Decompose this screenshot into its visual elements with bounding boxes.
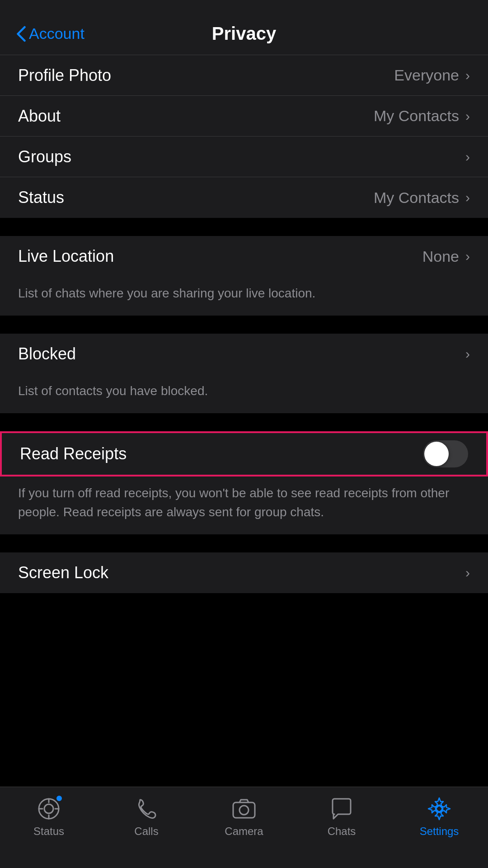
read-receipts-row[interactable]: Read Receipts: [0, 431, 488, 476]
blocked-label: Blocked: [18, 344, 76, 363]
privacy-section: Profile Photo Everyone › About My Contac…: [0, 55, 488, 218]
tab-bar: Status Calls Camera Chats: [0, 787, 488, 868]
blocked-description: List of contacts you have blocked.: [0, 374, 488, 413]
status-privacy-chevron: ›: [465, 190, 470, 205]
live-location-value: None: [422, 248, 459, 265]
screen-lock-value-group: ›: [464, 565, 470, 580]
screen-lock-chevron: ›: [465, 565, 470, 580]
live-location-description: List of chats where you are sharing your…: [0, 277, 488, 316]
camera-tab-label: Camera: [225, 825, 263, 838]
svg-point-1: [44, 804, 53, 813]
blocked-section: Blocked › List of contacts you have bloc…: [0, 334, 488, 413]
back-button[interactable]: Account: [16, 25, 84, 42]
about-value: My Contacts: [374, 107, 459, 125]
tab-status[interactable]: Status: [8, 796, 89, 838]
profile-photo-value-group: Everyone ›: [394, 66, 470, 84]
section-gap-1: [0, 218, 488, 236]
profile-photo-value: Everyone: [394, 66, 459, 84]
live-location-chevron: ›: [465, 249, 470, 264]
calls-tab-icon: [134, 796, 159, 821]
live-location-row[interactable]: Live Location None ›: [0, 236, 488, 277]
toggle-thumb: [424, 442, 449, 466]
section-gap-3: [0, 413, 488, 431]
groups-value-group: ›: [459, 149, 470, 165]
calls-tab-label: Calls: [134, 825, 158, 838]
chats-tab-label: Chats: [328, 825, 356, 838]
about-chevron: ›: [465, 108, 470, 124]
tab-camera[interactable]: Camera: [203, 796, 285, 838]
section-gap-4: [0, 534, 488, 552]
settings-tab-label: Settings: [420, 825, 459, 838]
read-receipts-toggle[interactable]: [423, 440, 468, 467]
status-tab-icon: [36, 796, 61, 821]
screen-lock-label: Screen Lock: [18, 563, 108, 582]
back-label: Account: [29, 25, 84, 42]
tab-chats[interactable]: Chats: [301, 796, 382, 838]
read-receipts-label: Read Receipts: [20, 444, 127, 463]
status-tab-label: Status: [33, 825, 64, 838]
svg-rect-6: [233, 802, 255, 818]
status-privacy-row[interactable]: Status My Contacts ›: [0, 177, 488, 218]
header: Account Privacy: [0, 0, 488, 55]
groups-chevron: ›: [465, 149, 470, 165]
blocked-row[interactable]: Blocked ›: [0, 334, 488, 374]
read-receipts-section: Read Receipts If you turn off read recei…: [0, 431, 488, 534]
live-location-label: Live Location: [18, 247, 114, 266]
toggle-track: [423, 440, 468, 467]
profile-photo-row[interactable]: Profile Photo Everyone ›: [0, 55, 488, 96]
profile-photo-label: Profile Photo: [18, 66, 111, 85]
about-row[interactable]: About My Contacts ›: [0, 96, 488, 137]
about-label: About: [18, 107, 61, 126]
live-location-section: Live Location None › List of chats where…: [0, 236, 488, 316]
page-title: Privacy: [212, 24, 276, 44]
about-value-group: My Contacts ›: [374, 107, 470, 125]
tab-settings[interactable]: Settings: [399, 796, 480, 838]
camera-tab-icon: [231, 796, 257, 821]
groups-label: Groups: [18, 147, 71, 166]
settings-tab-icon: [427, 796, 452, 821]
status-privacy-value-group: My Contacts ›: [374, 189, 470, 207]
groups-row[interactable]: Groups ›: [0, 137, 488, 177]
status-privacy-value: My Contacts: [374, 189, 459, 207]
screen-lock-section: Screen Lock ›: [0, 552, 488, 593]
section-gap-2: [0, 316, 488, 334]
blocked-chevron: ›: [465, 346, 470, 362]
tab-calls[interactable]: Calls: [106, 796, 187, 838]
status-privacy-label: Status: [18, 188, 64, 207]
status-notification-dot: [55, 794, 63, 802]
screen-lock-row[interactable]: Screen Lock ›: [0, 552, 488, 593]
profile-photo-chevron: ›: [465, 68, 470, 83]
live-location-value-group: None ›: [422, 248, 470, 265]
chats-tab-icon: [329, 796, 354, 821]
blocked-value-group: ›: [459, 346, 470, 362]
read-receipts-description: If you turn off read receipts, you won't…: [0, 476, 488, 534]
svg-point-7: [239, 806, 249, 815]
